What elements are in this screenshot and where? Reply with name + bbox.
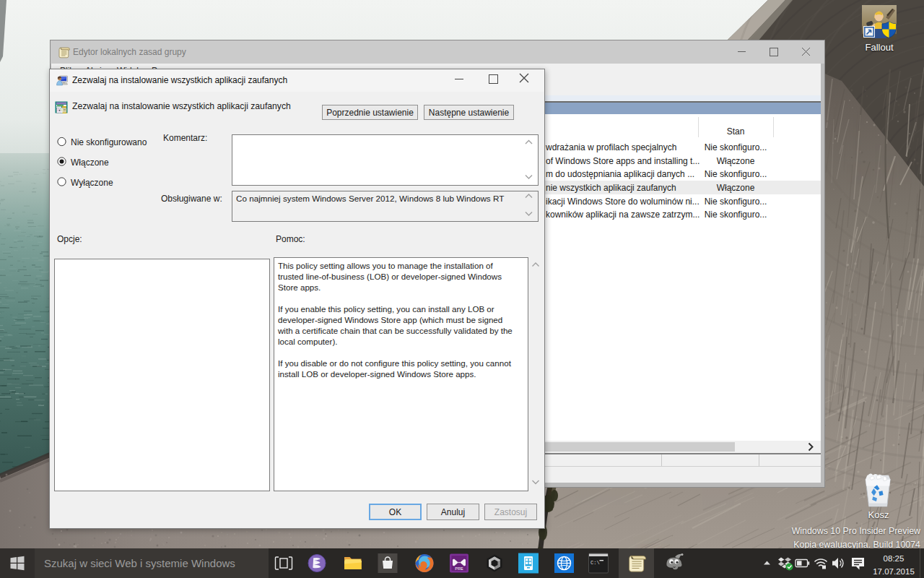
- svg-text:C:\: C:\: [590, 560, 600, 566]
- svg-text:PRE: PRE: [455, 566, 463, 571]
